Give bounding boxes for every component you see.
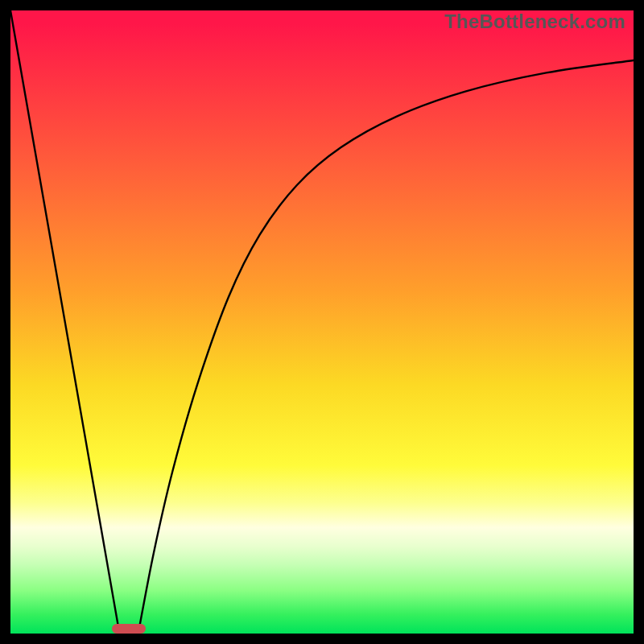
plot-area: TheBottleneck.com — [10, 10, 634, 634]
right-curve-series — [138, 60, 634, 634]
watermark-text: TheBottleneck.com — [444, 10, 625, 33]
chart-lines — [10, 10, 634, 634]
minimum-marker — [112, 624, 146, 634]
left-line-series — [10, 10, 119, 634]
